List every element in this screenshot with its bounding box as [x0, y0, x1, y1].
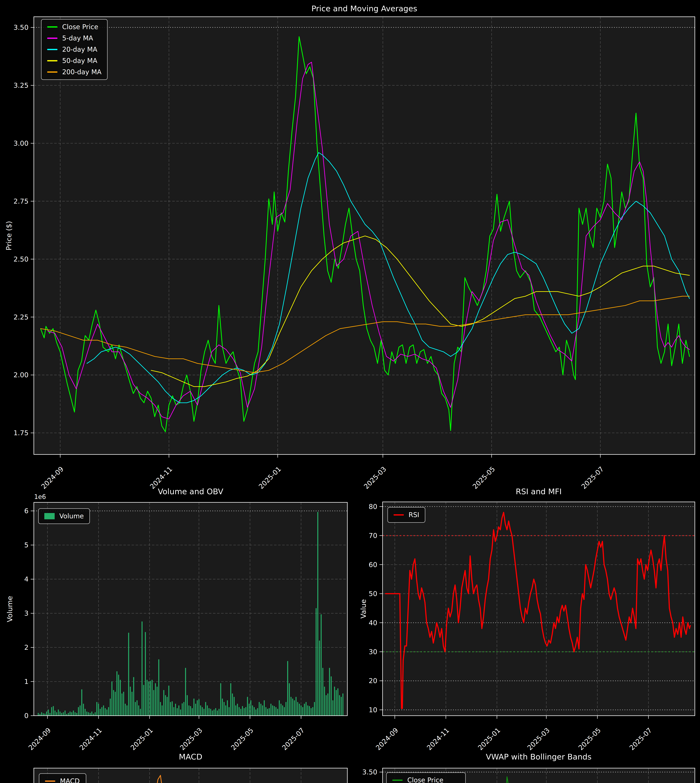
legend-label: RSI [408, 511, 419, 518]
svg-text:2025-01: 2025-01 [257, 465, 283, 490]
legend-item-ma5: 5-day MA [47, 35, 93, 42]
svg-text:5: 5 [24, 541, 28, 549]
svg-text:3: 3 [24, 609, 28, 617]
legend-label: Close Price [407, 777, 443, 783]
rsi-plot: 2024-092024-112025-012025-032025-052025-… [368, 502, 695, 752]
legend-label: 200-day MA [62, 69, 102, 75]
svg-text:2.50: 2.50 [13, 255, 28, 263]
svg-text:3.25: 3.25 [13, 82, 28, 89]
svg-text:2024-09: 2024-09 [40, 465, 65, 490]
rsi-chart-legend: RSI [387, 507, 425, 523]
svg-text:2.00: 2.00 [13, 371, 28, 379]
svg-text:2025-07: 2025-07 [280, 726, 306, 752]
svg-text:2025-03: 2025-03 [178, 726, 204, 752]
legend-label: Close Price [62, 23, 98, 30]
ma5-line-swatch [47, 38, 57, 39]
legend-item-ma50: 50-day MA [47, 57, 97, 64]
legend-item-macd: MACD [45, 778, 80, 783]
close-price-line-swatch [47, 26, 57, 28]
price-y-axis-label: Price ($) [5, 221, 13, 250]
svg-text:2025-01: 2025-01 [477, 726, 502, 752]
rsi-chart-title: RSI and MFI [383, 487, 695, 496]
legend-item-ma200: 200-day MA [47, 69, 102, 75]
volume-patch-swatch [44, 513, 55, 519]
svg-text:2025-03: 2025-03 [526, 726, 551, 752]
svg-text:2025-05: 2025-05 [471, 465, 497, 490]
svg-text:2.25: 2.25 [13, 313, 28, 321]
volume-chart-legend: Volume [38, 508, 90, 524]
svg-text:6: 6 [24, 507, 28, 515]
svg-text:1: 1 [24, 678, 28, 685]
svg-text:3.50: 3.50 [362, 768, 377, 776]
legend-item-ma20: 20-day MA [47, 46, 97, 53]
svg-text:2024-11: 2024-11 [78, 726, 103, 752]
legend-label: 20-day MA [62, 46, 97, 53]
volume-plot: 2024-092024-112025-012025-032025-052025-… [24, 493, 347, 752]
svg-text:2: 2 [24, 643, 28, 651]
svg-text:1.75: 1.75 [13, 429, 28, 437]
macd-chart-legend: MACD Signal [39, 773, 86, 783]
svg-text:0: 0 [24, 712, 28, 720]
svg-text:3.00: 3.00 [13, 139, 28, 147]
charts-canvas: 2024-092024-112025-012025-032025-052025-… [0, 0, 700, 783]
svg-text:20: 20 [368, 677, 377, 685]
svg-text:2024-09: 2024-09 [27, 726, 52, 752]
ma200-line-swatch [47, 72, 57, 73]
svg-text:60: 60 [368, 561, 377, 569]
svg-text:2024-11: 2024-11 [148, 465, 174, 490]
svg-text:10: 10 [368, 706, 377, 714]
ma50-line-swatch [47, 60, 57, 62]
legend-item-rsi: RSI [393, 511, 419, 518]
svg-text:2.75: 2.75 [13, 197, 28, 205]
svg-text:2025-01: 2025-01 [129, 726, 154, 752]
legend-item-close-price: Close Price [47, 23, 98, 30]
price-chart-legend: Close Price 5-day MA 20-day MA 50-day MA… [41, 19, 108, 80]
macd-chart-title: MACD [34, 752, 347, 761]
vwap-chart-title: VWAP with Bollinger Bands [383, 752, 695, 761]
price-plot: 2024-092024-112025-012025-032025-052025-… [13, 17, 695, 490]
svg-text:2025-05: 2025-05 [577, 726, 602, 752]
legend-label: 50-day MA [62, 57, 97, 64]
svg-text:2025-05: 2025-05 [229, 726, 255, 752]
svg-text:4: 4 [24, 575, 28, 583]
svg-text:70: 70 [368, 531, 377, 540]
svg-text:2025-03: 2025-03 [362, 465, 388, 490]
rsi-line-swatch [393, 514, 404, 516]
svg-text:2025-07: 2025-07 [580, 465, 605, 490]
legend-label: Volume [59, 513, 84, 520]
svg-text:2024-11: 2024-11 [425, 726, 451, 752]
vwap-chart-legend: Close Price VWAP VWAP BB Upper VWAP BB L… [386, 772, 466, 783]
svg-text:2024-09: 2024-09 [374, 726, 400, 752]
svg-text:3.50: 3.50 [13, 23, 28, 31]
macd-line-swatch [45, 780, 55, 782]
svg-text:2025-07: 2025-07 [628, 726, 653, 752]
dashboard-figure: 2024-092024-112025-012025-032025-052025-… [0, 0, 700, 783]
volume-y-axis-label: Volume [6, 596, 14, 622]
ma20-line-swatch [47, 49, 57, 50]
legend-item-volume: Volume [44, 513, 84, 520]
legend-label: MACD [60, 778, 80, 783]
volume-chart-title: Volume and OBV [34, 487, 347, 496]
legend-item-close-price-2: Close Price [392, 777, 443, 783]
svg-text:30: 30 [368, 648, 377, 656]
svg-text:80: 80 [368, 503, 377, 510]
price-chart-title: Price and Moving Averages [34, 4, 695, 13]
rsi-y-axis-label: Value [359, 599, 368, 618]
svg-text:50: 50 [368, 590, 377, 598]
svg-text:40: 40 [368, 619, 377, 627]
legend-label: 5-day MA [62, 35, 93, 42]
close-price-2-line-swatch [392, 780, 403, 781]
